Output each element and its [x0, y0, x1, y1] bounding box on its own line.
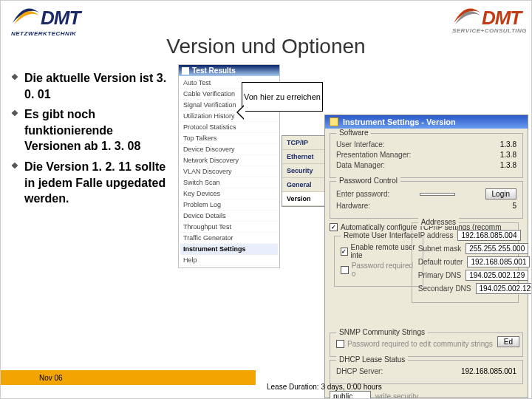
group-title: Software — [336, 129, 371, 137]
checkbox-label: Enable remote user inte — [351, 243, 417, 259]
enable-remote-checkbox[interactable]: ✓Enable remote user inte — [341, 243, 417, 259]
menu-item[interactable]: Key Devices — [180, 188, 278, 200]
lease-duration-text: Lease Duration: 3 days, 0:00 hours — [267, 383, 382, 391]
menu-item[interactable]: Device Discovery — [180, 144, 278, 155]
value: 1.3.8 — [500, 140, 516, 149]
value: 5 — [512, 202, 516, 210]
checkbox-label: Password required o — [352, 262, 417, 278]
settings-sidebar: TCP/IP Ethernet Security General Version — [282, 135, 324, 207]
checkbox-label: Password required to edit community stri… — [347, 340, 493, 348]
settings-window: Instrument Settings - Version Software U… — [324, 115, 528, 398]
ip-input[interactable]: 192.168.085.004 — [457, 230, 520, 241]
list-item: Die aktuelle Version ist 3. 0. 01 — [11, 70, 171, 102]
logo-brand: DMT — [482, 7, 521, 30]
menu-item[interactable]: Traffic Generator — [180, 233, 278, 244]
label: write security — [375, 392, 418, 399]
label: Data Manager: — [336, 161, 385, 169]
list-item: Es gibt noch funktionierende Versionen a… — [11, 106, 171, 154]
menu-item-selected[interactable]: Instrument Settings — [180, 244, 278, 255]
password-group: Password Control Enter password: Login H… — [330, 181, 523, 219]
menu-item[interactable]: Switch Scan — [180, 177, 278, 188]
sidebar-item-tcpip[interactable]: TCP/IP — [282, 136, 324, 150]
menu-item[interactable]: Help — [180, 255, 278, 266]
dns2-input[interactable]: 194.025.002.129 — [476, 283, 533, 294]
label: User Interface: — [336, 140, 385, 149]
group-title: DHCP Lease Status — [336, 355, 408, 364]
checkbox-icon — [336, 340, 344, 348]
settings-icon — [330, 117, 338, 126]
label: Presentation Manager: — [336, 151, 411, 159]
titlebar: Instrument Settings - Version — [325, 115, 528, 129]
group-title: Remote User Interface — [341, 231, 421, 239]
subnet-input[interactable]: 255.255.255.000 — [466, 243, 528, 254]
menu-item[interactable]: Throughput Test — [180, 222, 278, 233]
menu-item[interactable]: Network Discovery — [180, 155, 278, 166]
callout-arrow: Von hier zu erreichen — [242, 82, 323, 112]
label: DHCP Server: — [336, 367, 383, 375]
window-icon — [182, 67, 189, 75]
snmp-group: SNMP Community Strings Password required… — [330, 332, 523, 357]
menu-item[interactable]: Protocol Statistics — [180, 122, 278, 133]
dmt-swoosh-icon — [11, 5, 41, 30]
group-title: SNMP Community Strings — [336, 328, 428, 336]
checkbox-icon: ✓ — [341, 248, 348, 256]
sidebar-item-security[interactable]: Security — [282, 164, 324, 178]
menu-item[interactable]: VLAN Discovery — [180, 166, 278, 177]
sidebar-item-ethernet[interactable]: Ethernet — [282, 150, 324, 164]
menu-item[interactable]: Top Talkers — [180, 133, 278, 144]
page-title: Version und Optionen — [1, 35, 531, 58]
logo-left: DMT NETZWERKTECHNIK — [11, 5, 80, 37]
group-title: Addresses — [418, 218, 459, 226]
label: Subnet mask — [418, 245, 461, 253]
password-input[interactable] — [420, 193, 455, 196]
value: 192.168.085.001 — [461, 367, 516, 375]
checkbox-icon: ✓ — [330, 223, 338, 231]
value: 1.3.8 — [500, 161, 516, 169]
remote-group: Remote User Interface ✓Enable remote use… — [334, 236, 423, 287]
community-input[interactable]: public — [330, 391, 371, 399]
label: Hardware: — [336, 202, 370, 210]
window-title: Test Results — [192, 66, 236, 75]
login-button[interactable]: Login — [485, 188, 516, 200]
bullet-list: Die aktuelle Version ist 3. 0. 01 Es gib… — [11, 70, 171, 211]
label: IP address — [418, 231, 454, 239]
sidebar-item-general[interactable]: General — [282, 178, 324, 192]
embedded-screenshot: Test Results Auto Test Cable Verificatio… — [178, 64, 528, 398]
group-title: Password Control — [336, 177, 400, 185]
logo-right-sub: SERVICE+CONSULTING — [452, 27, 527, 34]
value: 1.3.8 — [500, 151, 516, 159]
menu-item[interactable]: Device Details — [180, 211, 278, 222]
snmp-password-checkbox[interactable]: Password required to edit community stri… — [336, 340, 516, 348]
label: Primary DNS — [418, 271, 461, 279]
titlebar: Test Results — [179, 65, 279, 76]
addresses-group: Addresses IP address192.168.085.004 Subn… — [412, 222, 519, 303]
list-item: Die Version 1. 2. 11 sollte in jedem Fal… — [11, 159, 171, 207]
dhcp-group: DHCP Lease Status DHCP Server:192.168.08… — [330, 360, 523, 384]
password-required-checkbox[interactable]: Password required o — [341, 262, 417, 278]
logo-brand: DMT — [41, 7, 80, 30]
label: Secondary DNS — [418, 284, 471, 293]
window-title: Instrument Settings - Version — [343, 117, 456, 126]
dns1-input[interactable]: 194.025.002.129 — [466, 270, 528, 281]
checkbox-icon — [341, 266, 349, 274]
software-group: Software User Interface:1.3.8 Presentati… — [330, 133, 523, 178]
menu-item[interactable]: Problem Log — [180, 200, 278, 211]
label: Default router — [418, 258, 463, 266]
logo-right: DMT SERVICE+CONSULTING — [452, 5, 527, 34]
router-input[interactable]: 192.168.085.001 — [467, 256, 530, 267]
edit-button[interactable]: Ed — [497, 336, 519, 347]
footer-date: Nov 06 — [39, 374, 63, 382]
dmt-swoosh-icon — [452, 5, 482, 30]
sidebar-item-version[interactable]: Version — [282, 192, 324, 206]
label: Enter password: — [336, 190, 389, 198]
